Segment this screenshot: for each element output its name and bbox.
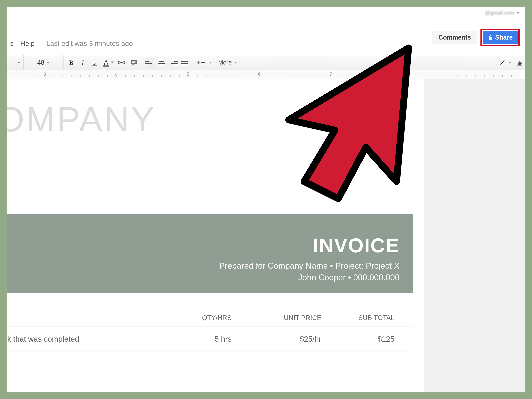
ruler-ticks: 3 4 5 6 7 [7,70,520,79]
cell-subtotal[interactable]: $125 [331,335,408,343]
ruler-tick [98,75,99,77]
svg-rect-1 [132,61,136,62]
ruler-mark: 5 [187,71,189,77]
formatting-toolbar: 48 B I U A [7,55,525,70]
chevron-up-double-icon [517,61,522,64]
ruler-tick [179,75,180,77]
header-qty: QTY/HRS [165,314,241,322]
font-size-selector[interactable]: 48 [24,55,63,70]
toolbar-right [497,55,525,70]
company-name-heading[interactable]: OMPANY [7,99,156,139]
ruler-tick [359,75,359,77]
edit-status: Last edit was 3 minutes ago [46,40,133,48]
ruler-tick [431,75,431,77]
svg-rect-0 [131,60,137,64]
ruler-tick [224,75,224,77]
editing-mode-button[interactable] [497,55,514,70]
ruler-tick [197,75,197,77]
ruler-tick [143,75,144,77]
ruler-tick [341,75,341,77]
horizontal-ruler[interactable]: 3 4 5 6 7 [7,70,520,79]
invoice-subline-2[interactable]: John Cooper • 000.000.000 [7,273,399,282]
ruler-tick [36,75,36,77]
comments-button[interactable]: Comments [432,31,477,44]
app-frame: @gmail.com s Help Last edit was 3 minute… [7,7,525,392]
italic-button[interactable]: I [78,58,88,67]
table-row[interactable]: ork that was completed 5 hrs $25/hr $125 [7,327,413,351]
lock-icon [488,35,493,40]
ruler-tick [71,75,72,77]
ruler-tick [350,75,350,77]
collapse-toolbar-button[interactable] [514,55,525,70]
bold-button[interactable]: B [66,58,76,67]
menu-item-partial[interactable]: s [7,40,14,48]
ruler-tick [242,75,242,77]
ruler-tick [89,75,90,77]
ruler-tick [404,75,404,77]
ruler-tick [484,75,485,77]
pencil-icon [500,59,506,65]
ruler-tick [233,75,234,77]
ruler-tick [511,75,512,77]
align-group [142,55,193,70]
svg-rect-2 [132,62,135,63]
ruler-tick [44,75,45,77]
ruler-tick [116,75,117,77]
ruler-tick [134,75,135,77]
invoice-title[interactable]: INVOICE [7,234,399,257]
table-header-row: QTY/HRS UNIT PRICE SUB TOTAL [7,309,413,327]
insert-link-button[interactable] [117,58,126,67]
ruler-tick [170,75,171,77]
invoice-subline-1[interactable]: Prepared for Company Name • Project: Pro… [7,261,399,271]
header-description [7,314,165,322]
link-icon [118,61,125,64]
ruler-tick [494,75,494,77]
ruler-tick [215,75,215,77]
chevron-down-icon[interactable] [18,62,20,63]
document-page[interactable]: OMPANY INVOICE Prepared for Company Name… [7,79,424,392]
ruler-tick [314,75,314,77]
more-label: More [218,59,232,66]
font-size-value: 48 [37,59,44,66]
invoice-header-band: INVOICE Prepared for Company Name • Proj… [7,214,413,293]
cell-description[interactable]: ork that was completed [7,335,165,343]
chevron-down-icon [234,62,237,63]
align-right-button[interactable] [169,58,178,67]
account-menu-caret-icon[interactable] [516,12,520,14]
ruler-tick [422,75,422,77]
ruler-tick [386,75,386,77]
cell-qty[interactable]: 5 hrs [165,335,241,343]
cell-unit-price[interactable]: $25/hr [241,335,331,343]
ruler-tick [449,75,449,77]
ruler-tick [332,75,332,77]
menu-help[interactable]: Help [20,40,35,48]
line-spacing-button[interactable] [196,58,206,67]
text-color-button[interactable]: A [101,58,111,67]
text-style-group: B I U A [63,55,114,70]
ruler-tick [9,75,9,77]
align-justify-button[interactable] [181,58,190,67]
ruler-tick [18,75,18,77]
ruler-tick [125,75,126,77]
account-email[interactable]: @gmail.com [485,10,514,16]
more-menu[interactable]: More [215,55,240,70]
share-button[interactable]: Share [483,31,518,44]
ruler-tick [206,75,207,77]
ruler-tick [251,75,251,77]
chevron-down-icon[interactable] [209,62,212,63]
ruler-tick [63,75,63,77]
underline-button[interactable]: U [90,58,99,67]
ruler-tick [502,75,503,77]
insert-comment-button[interactable] [129,58,139,67]
ruler-tick [152,75,153,77]
ruler-tick [188,75,189,77]
top-actions: Comments Share [432,29,520,46]
ruler-tick [296,75,296,77]
ruler-tick [305,75,305,77]
align-center-button[interactable] [157,58,166,67]
chevron-down-icon [508,62,511,63]
ruler-tick [54,75,54,77]
align-left-button[interactable] [145,58,154,67]
ruler-tick [287,75,287,77]
ruler-tick [457,75,458,77]
